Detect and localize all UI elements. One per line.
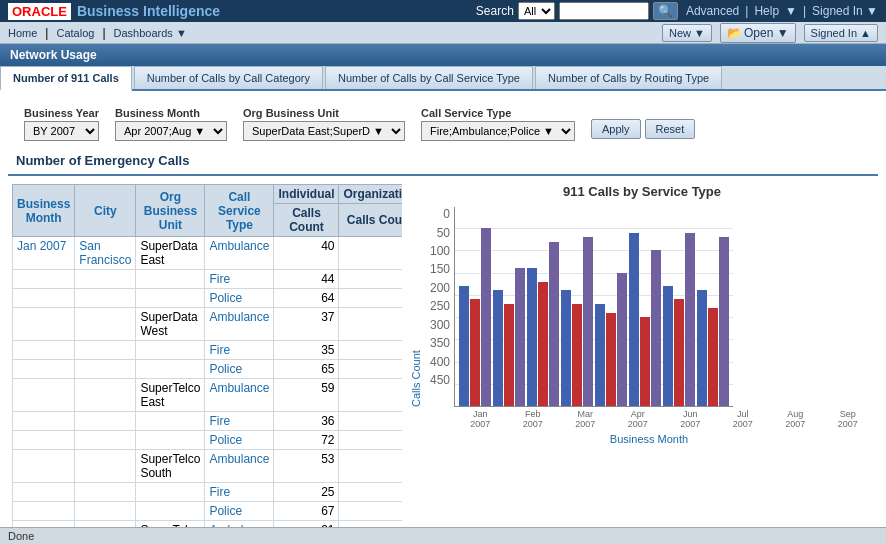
second-nav-bar: Home | Catalog | Dashboards ▼ New ▼ 📂 Op… (0, 22, 886, 44)
table-cell: 10 (339, 412, 402, 431)
sort-business-month[interactable]: Business Month (17, 197, 70, 225)
x-axis-tick: Jul 2007 (717, 409, 770, 429)
table-cell (136, 360, 205, 379)
call-service-type-select[interactable]: Fire;Ambulance;Police ▼ (421, 121, 575, 141)
table-cell[interactable]: Police (205, 431, 274, 450)
th-org-business-unit: Org Business Unit (136, 185, 205, 237)
chart-bar-ambulance (493, 290, 503, 406)
chart-bar-police (481, 228, 491, 406)
chart-bar-police (617, 273, 627, 406)
catalog-link[interactable]: Catalog (56, 27, 94, 39)
content-area: Business Month City Org Business Unit Ca… (8, 184, 878, 544)
table-cell[interactable]: Ambulance (205, 450, 274, 483)
table-cell: 24 (339, 502, 402, 521)
search-area: Search All 🔍 (476, 2, 678, 20)
search-scope-select[interactable]: All (518, 2, 555, 20)
table-cell (13, 341, 75, 360)
table-cell (75, 483, 136, 502)
org-business-unit-select[interactable]: SuperData East;SuperD ▼ (243, 121, 405, 141)
chart-bar-police (651, 250, 661, 406)
table-cell (13, 412, 75, 431)
x-axis-label: Business Month (424, 433, 874, 445)
home-link[interactable]: Home (8, 27, 37, 39)
table-cell[interactable]: Fire (205, 341, 274, 360)
chart-bar-ambulance (629, 233, 639, 406)
table-cell (13, 431, 75, 450)
table-cell: 11 (339, 289, 402, 308)
x-labels: Jan 2007Feb 2007Mar 2007Apr 2007Jun 2007… (424, 409, 874, 429)
tab-call-category[interactable]: Number of Calls by Call Category (134, 66, 323, 89)
top-links: Advanced | Help ▼ | Signed In ▼ (686, 4, 878, 18)
signed-in-button[interactable]: Signed In ▲ (804, 24, 878, 42)
top-bar: ORACLE Business Intelligence Search All … (0, 0, 886, 22)
sort-service[interactable]: Call Service Type (218, 190, 261, 232)
table-cell (13, 360, 75, 379)
table-cell[interactable]: San Francisco (75, 237, 136, 270)
table-cell: SuperTelco South (136, 450, 205, 483)
help-link[interactable]: Help (754, 4, 779, 18)
sort-org[interactable]: Org Business Unit (144, 190, 197, 232)
chart-bar-ambulance (595, 304, 605, 406)
tab-911-calls[interactable]: Number of 911 Calls (0, 66, 132, 91)
search-icon[interactable]: 🔍 (653, 2, 678, 20)
x-axis-tick: Sep 2007 (822, 409, 875, 429)
table-cell[interactable]: Fire (205, 270, 274, 289)
tab-call-service-type[interactable]: Number of Calls by Call Service Type (325, 66, 533, 89)
business-month-label: Business Month (115, 107, 227, 119)
table-cell: 18 (339, 237, 402, 270)
chart-title: 911 Calls by Service Type (410, 184, 874, 199)
table-cell[interactable]: Ambulance (205, 308, 274, 341)
table-cell (136, 483, 205, 502)
tab-routing-type[interactable]: Number of Calls by Routing Type (535, 66, 722, 89)
table-cell[interactable]: Fire (205, 412, 274, 431)
chart-bar-police (549, 242, 559, 406)
chart-bar-ambulance (663, 286, 673, 406)
chart-bar-fire (538, 282, 548, 406)
advanced-link[interactable]: Advanced (686, 4, 739, 18)
table-cell (75, 431, 136, 450)
table-cell[interactable]: Police (205, 360, 274, 379)
table-cell[interactable]: Ambulance (205, 379, 274, 412)
main-content: Business Year BY 2007 Business Month Apr… (0, 91, 886, 544)
search-input[interactable] (559, 2, 649, 20)
table-cell: 59 (274, 379, 339, 412)
chart-bar-ambulance (561, 290, 571, 406)
table-cell: SuperData West (136, 308, 205, 341)
table-cell: 7 (339, 341, 402, 360)
new-button[interactable]: New ▼ (662, 24, 712, 42)
chart-bar-fire (674, 299, 684, 406)
search-label: Search (476, 4, 514, 18)
chart-bar-fire (606, 313, 616, 406)
table-cell: 53 (274, 450, 339, 483)
table-cell (13, 308, 75, 341)
business-year-select[interactable]: BY 2007 (24, 121, 99, 141)
table-cell[interactable]: Fire (205, 483, 274, 502)
signed-in-link[interactable]: Signed In ▼ (812, 4, 878, 18)
apply-reset-area: Apply Reset (591, 119, 695, 141)
table-cell: 36 (274, 412, 339, 431)
business-month-filter: Business Month Apr 2007;Aug ▼ (115, 107, 227, 141)
apply-button[interactable]: Apply (591, 119, 641, 139)
table-cell: SuperTelco East (136, 379, 205, 412)
table-cell: SuperData East (136, 237, 205, 270)
reset-button[interactable]: Reset (645, 119, 696, 139)
x-axis-tick: Jun 2007 (664, 409, 717, 429)
chart-bar-ambulance (459, 286, 469, 406)
business-year-label: Business Year (24, 107, 99, 119)
table-cell (136, 431, 205, 450)
business-year-filter: Business Year BY 2007 (24, 107, 99, 141)
th-org-calls: Calls Count (339, 204, 402, 237)
dashboards-link[interactable]: Dashboards ▼ (114, 27, 187, 39)
th-organization: Organization (339, 185, 402, 204)
table-cell[interactable]: Police (205, 289, 274, 308)
sort-city[interactable]: City (94, 204, 117, 218)
table-cell[interactable]: Ambulance (205, 237, 274, 270)
section-title: Number of Emergency Calls (8, 149, 878, 176)
bar-group (459, 228, 491, 406)
table-cell (13, 450, 75, 483)
table-cell[interactable]: Jan 2007 (13, 237, 75, 270)
table-cell[interactable]: Police (205, 502, 274, 521)
business-month-select[interactable]: Apr 2007;Aug ▼ (115, 121, 227, 141)
open-button[interactable]: 📂 Open ▼ (720, 23, 796, 43)
x-axis-tick: Feb 2007 (507, 409, 560, 429)
